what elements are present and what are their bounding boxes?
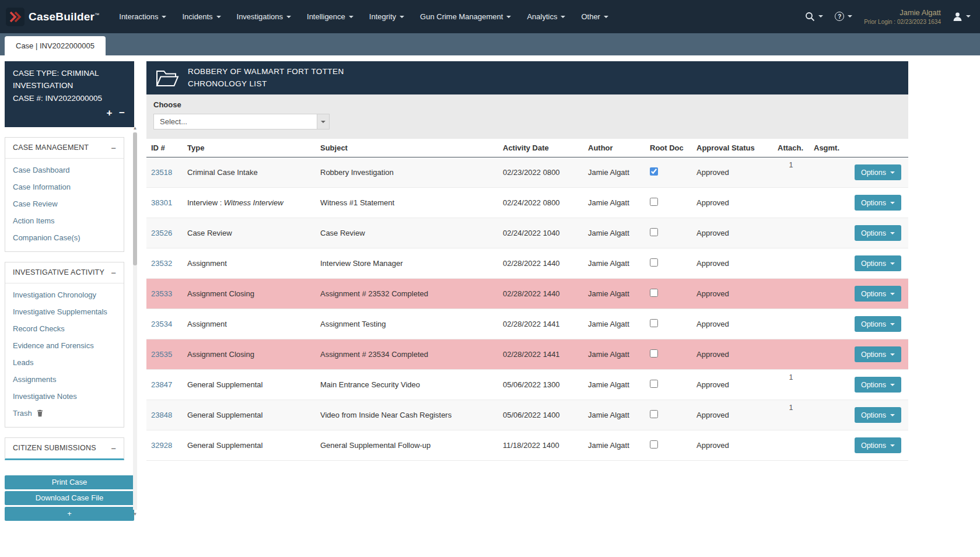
root-doc-checkbox[interactable] bbox=[650, 289, 658, 297]
sidebar-item-companion-case-s[interactable]: Companion Case(s) bbox=[5, 229, 124, 246]
nav-item-other[interactable]: Other bbox=[581, 12, 608, 21]
subject-cell: Witness #1 Statement bbox=[316, 188, 498, 218]
nav-item-incidents[interactable]: Incidents bbox=[182, 12, 220, 21]
asgmt-cell bbox=[809, 157, 844, 188]
sidebar-item-action-items[interactable]: Action Items bbox=[5, 212, 124, 229]
nav-item-intelligence[interactable]: Intelligence bbox=[307, 12, 354, 21]
help-icon[interactable]: ? bbox=[835, 12, 852, 21]
options-button-label: Options bbox=[861, 320, 886, 328]
sidebar-item-case-dashboard[interactable]: Case Dashboard bbox=[5, 162, 124, 178]
table-row: 23532AssignmentInterview Store Manager02… bbox=[146, 248, 908, 279]
search-icon[interactable] bbox=[805, 12, 823, 22]
asgmt-cell bbox=[809, 279, 844, 309]
record-id-link[interactable]: 23535 bbox=[151, 350, 172, 359]
case-panel-controls: + − bbox=[13, 104, 126, 124]
options-button[interactable]: Options bbox=[855, 437, 901, 453]
collapse-button[interactable]: − bbox=[119, 107, 125, 118]
print-case-button[interactable]: Print Case bbox=[5, 475, 134, 489]
select-dropdown-button[interactable] bbox=[317, 114, 330, 129]
options-button[interactable]: Options bbox=[855, 407, 901, 423]
record-id-link[interactable]: 23847 bbox=[151, 380, 172, 389]
tab-bar: Case | INV2022000005 bbox=[0, 33, 980, 55]
record-id-link[interactable]: 38301 bbox=[151, 198, 172, 207]
chevron-down-icon bbox=[561, 16, 565, 18]
sidebar-item-investigation-chronology[interactable]: Investigation Chronology bbox=[5, 286, 124, 303]
selected-value: Select... bbox=[160, 117, 187, 126]
asgmt-cell bbox=[809, 400, 844, 430]
collapse-toggle[interactable]: − bbox=[111, 268, 116, 277]
root-doc-checkbox[interactable] bbox=[650, 198, 658, 206]
options-button[interactable]: Options bbox=[855, 316, 901, 332]
scroll-up-arrow[interactable]: ▲ bbox=[131, 124, 139, 132]
options-button[interactable]: Options bbox=[855, 225, 901, 241]
collapse-toggle[interactable]: − bbox=[111, 444, 116, 453]
table-row: 23847General SupplementalMain Entrance S… bbox=[146, 370, 908, 400]
chevron-down-icon bbox=[966, 15, 971, 17]
chronology-filter: Select... bbox=[153, 114, 330, 129]
sidebar-item-trash[interactable]: Trash bbox=[5, 405, 124, 422]
id-cell: 23533 bbox=[146, 279, 183, 309]
sidebar-item-case-information[interactable]: Case Information bbox=[5, 178, 124, 195]
options-button[interactable]: Options bbox=[855, 195, 901, 211]
nav-item-gun-crime-management[interactable]: Gun Crime Management bbox=[420, 12, 511, 21]
record-id-link[interactable]: 32928 bbox=[151, 441, 172, 450]
root-doc-checkbox[interactable] bbox=[650, 167, 658, 176]
root-doc-checkbox[interactable] bbox=[650, 410, 658, 418]
root-doc-checkbox[interactable] bbox=[650, 440, 658, 449]
scroll-down-arrow[interactable]: ▼ bbox=[131, 510, 139, 518]
nav-item-investigations[interactable]: Investigations bbox=[237, 12, 292, 21]
sidebar-item-leads[interactable]: Leads bbox=[5, 354, 124, 371]
case-header: ROBBERY OF WALMART FORT TOTTEN CHRONOLOG… bbox=[146, 61, 908, 94]
approval-status-cell: Approved bbox=[692, 218, 773, 248]
options-button[interactable]: Options bbox=[855, 164, 901, 180]
sidebar-item-assignments[interactable]: Assignments bbox=[5, 371, 124, 388]
record-id-link[interactable]: 23532 bbox=[151, 259, 172, 268]
nav-item-interactions[interactable]: Interactions bbox=[119, 12, 166, 21]
tab-case[interactable]: Case | INV2022000005 bbox=[5, 36, 106, 55]
options-button[interactable]: Options bbox=[855, 346, 901, 362]
collapse-toggle[interactable]: − bbox=[111, 143, 116, 152]
sidebar-item-investigative-notes[interactable]: Investigative Notes bbox=[5, 388, 124, 405]
root-doc-checkbox[interactable] bbox=[650, 258, 658, 267]
user-icon[interactable] bbox=[953, 12, 971, 22]
table-row: 23518Criminal Case IntakeRobbery Investi… bbox=[146, 157, 908, 188]
record-id-link[interactable]: 23848 bbox=[151, 411, 172, 419]
options-button-label: Options bbox=[861, 169, 886, 177]
root-doc-checkbox[interactable] bbox=[650, 319, 658, 327]
activity-date-cell: 02/24/2022 1040 bbox=[498, 218, 583, 248]
download-case-file-button[interactable]: Download Case File bbox=[5, 491, 134, 505]
chevron-down-icon bbox=[890, 202, 895, 204]
nav-item-integrity[interactable]: Integrity bbox=[369, 12, 404, 21]
nav-item-analytics[interactable]: Analytics bbox=[527, 12, 565, 21]
options-button[interactable]: Options bbox=[855, 377, 901, 393]
nav-item-label: Other bbox=[581, 12, 600, 21]
record-id-link[interactable]: 23534 bbox=[151, 320, 172, 328]
options-button[interactable]: Options bbox=[855, 286, 901, 302]
sidebar-item-investigative-supplementals[interactable]: Investigative Supplementals bbox=[5, 303, 124, 320]
root-doc-checkbox[interactable] bbox=[650, 380, 658, 388]
scroll-thumb[interactable] bbox=[133, 132, 137, 265]
record-id-link[interactable]: 23526 bbox=[151, 229, 172, 237]
sidebar-item-case-review[interactable]: Case Review bbox=[5, 195, 124, 212]
activity-date-cell: 02/28/2022 1440 bbox=[498, 248, 583, 279]
sidebar-item-evidence-and-forensics[interactable]: Evidence and Forensics bbox=[5, 337, 124, 354]
sidebar-item-record-checks[interactable]: Record Checks bbox=[5, 320, 124, 337]
root-doc-checkbox[interactable] bbox=[650, 349, 658, 358]
expand-button[interactable]: + bbox=[106, 107, 112, 118]
options-button[interactable]: Options bbox=[855, 255, 901, 271]
id-cell: 23535 bbox=[146, 339, 183, 370]
chronology-type-select[interactable]: Select... bbox=[153, 114, 317, 129]
record-id-link[interactable]: 23518 bbox=[151, 168, 172, 177]
activity-date-cell: 11/18/2022 1400 bbox=[498, 430, 583, 461]
record-id-link[interactable]: 23533 bbox=[151, 289, 172, 298]
sidebar-item-label: Leads bbox=[13, 358, 33, 367]
choose-section: Choose Select... bbox=[146, 94, 908, 139]
root-doc-checkbox[interactable] bbox=[650, 228, 658, 236]
asgmt-cell bbox=[809, 188, 844, 218]
options-button-label: Options bbox=[861, 199, 886, 207]
table-row: 32928General SupplementalGeneral Supplem… bbox=[146, 430, 908, 461]
subject-cell: Assignment # 23534 Completed bbox=[316, 339, 498, 370]
add-button[interactable]: + bbox=[5, 507, 134, 521]
approval-status-cell: Approved bbox=[692, 400, 773, 430]
chevron-down-icon bbox=[890, 323, 895, 325]
